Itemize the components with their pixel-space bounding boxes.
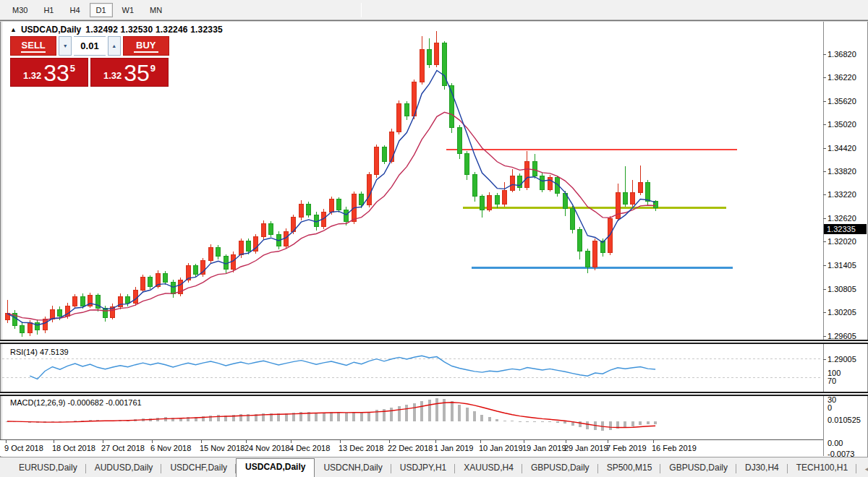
date-axis-label: 29 Jan 2019 [564,444,608,452]
date-axis-label: 24 Nov 2018 [244,444,289,452]
price-axis-tick [823,171,826,172]
price-axis-tick [823,336,826,337]
chart-tab-sp500-m15[interactable]: SP500,M15 [598,460,661,477]
chart-tab-gbpusd-daily[interactable]: GBPUSD,Daily [522,460,598,477]
price-axis-label: 1.36820 [827,50,856,59]
macd-axis-label: -0.0073 [827,450,854,458]
price-axis-tick [823,194,826,195]
price-axis-tick [823,101,826,102]
date-axis[interactable]: 9 Oct 201818 Oct 201827 Oct 20186 Nov 20… [0,439,823,456]
date-axis-tick [608,440,608,443]
macd-axis-label: 0.010525 [827,416,861,424]
date-axis-label: 15 Nov 2018 [200,444,244,452]
date-axis-label: 1 Jan 2019 [434,444,473,452]
date-axis-label: 13 Dec 2018 [339,444,383,452]
macd-chart[interactable] [2,395,823,439]
timeframe-toolbar: M30H1H4D1W1MN [0,0,868,20]
price-axis-label: 1.29605 [827,332,856,340]
date-axis-label: 27 Oct 2018 [101,444,145,452]
timeframe-button-d1[interactable]: D1 [90,3,113,17]
rsi-axis-label: 70 [827,377,836,385]
date-axis-tick [152,440,153,443]
price-axis-tick [823,359,826,360]
price-axis-label: 1.33220 [827,190,856,199]
price-axis-label: 1.33820 [827,167,856,176]
price-axis-separator [823,22,824,456]
timeframe-button-m30[interactable]: M30 [6,3,34,17]
price-axis-label: 1.34420 [827,144,856,152]
price-axis-tick [823,241,826,242]
date-axis-label: 16 Feb 2019 [652,444,697,452]
date-axis-tick [291,440,292,443]
date-axis-tick [103,440,103,443]
chart-tab-dj30-h4[interactable]: DJ30,H4 [736,460,788,477]
date-axis-tick [389,440,390,443]
date-axis-label: 22 Dec 2018 [388,444,433,452]
price-axis-label: 1.31405 [827,261,856,270]
timeframe-button-w1[interactable]: W1 [116,3,141,17]
tab-scroll-left-icon[interactable]: ◄ [864,465,868,473]
price-axis-label: 1.35020 [827,120,856,129]
price-axis-tick [823,77,826,78]
date-axis-tick [435,440,436,443]
timeframe-button-mn[interactable]: MN [143,3,169,17]
price-axis-tick [823,312,826,313]
price-axis-label: 1.30205 [827,308,856,317]
date-axis-tick [566,440,566,443]
chart-tab-eurusd-daily[interactable]: EURUSD,Daily [10,460,86,477]
macd-axis-label: 0.00 [827,439,843,447]
rsi-chart[interactable] [2,345,823,392]
date-axis-label: 9 Oct 2018 [4,444,43,452]
chart-tab-usdcad-daily[interactable]: USDCAD,Daily [236,458,315,477]
window-left-border [0,22,1,477]
chart-tab-xauusd-h4[interactable]: XAUUSD,H4 [455,460,522,477]
date-axis-tick [246,440,247,443]
timeframe-button-h4[interactable]: H4 [63,3,86,17]
date-axis-tick [480,440,481,443]
date-axis-tick [340,440,341,443]
date-axis-label: 6 Nov 2018 [150,444,191,452]
price-axis-label: 1.29005 [827,355,856,364]
price-axis-label: 1.36220 [827,73,856,82]
price-axis-label: 1.30805 [827,285,856,293]
chart-tab-usdcnh-daily[interactable]: USDCNH,Daily [315,460,391,477]
chart-window: ▲ USDCAD,Daily 1.32492 1.32530 1.32246 1… [0,22,868,477]
price-axis-label: 1.35620 [827,97,856,106]
date-axis-label: 19 Jan 2019 [522,444,566,452]
mt4-window: M30H1H4D1W1MN ▲ USDCAD,Daily 1.32492 1.3… [0,0,868,477]
chart-tab-usdchf-daily[interactable]: USDCHF,Daily [161,460,236,477]
chart-tab-gbpusd-daily[interactable]: GBPUSD,Daily [660,460,736,477]
chart-tab-usdjpy-h1[interactable]: USDJPY,H1 [391,460,455,477]
price-axis-tick [823,124,826,125]
panel-separator[interactable] [0,340,868,344]
rsi-axis-label: 0 [827,403,832,412]
chart-tab-tech100-h1[interactable]: TECH100,H1 [788,460,856,477]
chart-tab-bar: EURUSD,DailyAUDUSD,DailyUSDCHF,DailyUSDC… [0,457,868,477]
date-axis-label: 7 Feb 2019 [606,444,647,452]
date-axis-tick [54,440,54,443]
timeframe-button-h1[interactable]: H1 [37,3,60,17]
price-axis-tick [823,54,826,55]
price-axis-tick [823,289,826,290]
date-axis-tick [6,440,7,443]
price-axis-label: 1.32620 [827,214,856,223]
date-axis-tick [524,440,524,443]
chart-tab-audusd-daily[interactable]: AUDUSD,Daily [86,460,162,477]
date-axis-label: 10 Jan 2019 [479,444,523,452]
price-axis-label: 1.32020 [827,237,856,246]
candlestick-chart[interactable] [2,22,823,340]
date-axis-label: 4 Dec 2018 [289,444,330,452]
price-axis-tick [823,148,826,149]
date-axis-label: 18 Oct 2018 [52,444,95,452]
price-axis-tick [823,218,826,219]
current-price-badge: 1.32335 [824,224,867,234]
date-axis-tick [653,440,654,443]
date-axis-tick [201,440,202,443]
toolbar-separator [361,3,362,17]
price-axis-tick [823,265,826,266]
